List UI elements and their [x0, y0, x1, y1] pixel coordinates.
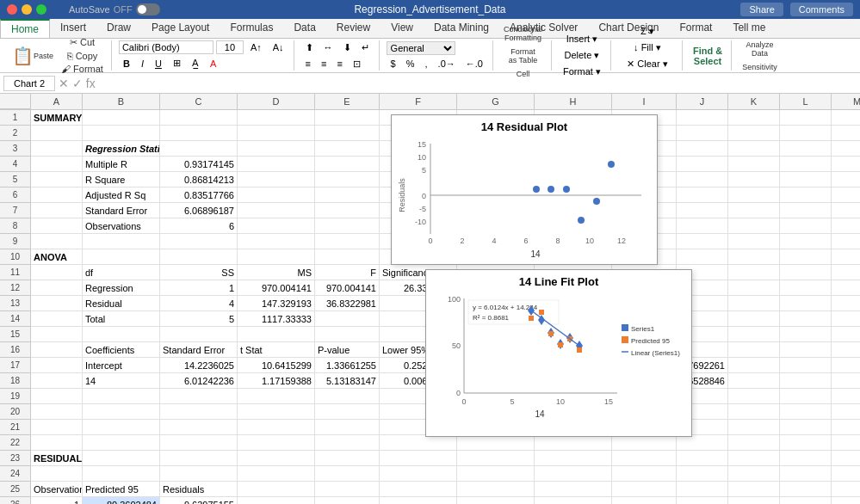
cell-e7[interactable]	[315, 203, 380, 218]
italic-button[interactable]: I	[137, 57, 148, 71]
align-right-button[interactable]: ≡	[332, 57, 346, 71]
cell-b12[interactable]: Regression	[83, 280, 160, 296]
cell-k8[interactable]	[728, 218, 780, 234]
cell-d8[interactable]	[238, 218, 315, 234]
cell-c1[interactable]	[160, 110, 238, 126]
cell-j6[interactable]	[677, 187, 728, 203]
cell-e5[interactable]	[315, 172, 380, 187]
formula-input[interactable]	[99, 77, 857, 90]
cell-k20[interactable]	[728, 404, 780, 420]
cell-e18[interactable]: 5.13183147	[315, 373, 380, 389]
percent-button[interactable]: %	[402, 57, 419, 71]
cell-j10[interactable]	[677, 249, 728, 265]
cell-c6[interactable]: 0.83517766	[160, 187, 238, 203]
currency-button[interactable]: $	[387, 57, 400, 71]
find-select-button[interactable]: Find &Select	[690, 44, 726, 68]
col-header-j[interactable]: J	[677, 94, 728, 109]
cell-k9[interactable]	[728, 234, 780, 249]
cell-c24[interactable]	[160, 466, 238, 482]
cell-e24[interactable]	[315, 466, 380, 482]
cell-e21[interactable]	[315, 420, 380, 435]
cell-d16[interactable]: t Stat	[238, 342, 315, 358]
cell-m26[interactable]	[832, 497, 860, 504]
cell-m11[interactable]	[832, 265, 860, 280]
cell-e10[interactable]	[315, 249, 380, 265]
wrap-text-button[interactable]: ↵	[357, 40, 374, 55]
cell-b8[interactable]: Observations	[83, 218, 160, 234]
cell-e8[interactable]	[315, 218, 380, 234]
cell-b22[interactable]	[83, 435, 160, 451]
tab-draw[interactable]: Draw	[96, 19, 141, 38]
col-header-h[interactable]: H	[535, 94, 612, 109]
row-header-8[interactable]: 8	[0, 218, 31, 234]
cell-c15[interactable]	[160, 327, 238, 342]
tab-tell-me[interactable]: Tell me	[722, 19, 776, 38]
cell-c10[interactable]	[160, 249, 238, 265]
cell-a8[interactable]	[31, 218, 83, 234]
align-top-button[interactable]: ⬆	[301, 40, 318, 55]
cell-d20[interactable]	[238, 404, 315, 420]
cell-m22[interactable]	[832, 435, 860, 451]
cell-c3[interactable]	[160, 141, 238, 157]
analyze-data-button[interactable]: AnalyzeData	[739, 39, 781, 59]
cell-h26[interactable]	[535, 497, 612, 504]
cell-m4[interactable]	[832, 157, 860, 172]
increase-decimal-button[interactable]: .0→	[434, 57, 460, 71]
cell-e19[interactable]	[315, 389, 380, 404]
cell-f22[interactable]	[380, 435, 457, 451]
cell-c4[interactable]: 0.93174145	[160, 157, 238, 172]
tab-data[interactable]: Data	[283, 19, 325, 38]
cell-l25[interactable]	[780, 482, 832, 497]
cell-a23[interactable]: RESIDUAL OUTPUT	[31, 451, 83, 466]
cell-k10[interactable]	[728, 249, 780, 265]
cell-e12[interactable]: 970.004141	[315, 280, 380, 296]
cell-j5[interactable]	[677, 172, 728, 187]
row-header-22[interactable]: 22	[0, 435, 31, 451]
clear-button[interactable]: ✕ Clear ▾	[618, 57, 677, 71]
format-painter-button[interactable]: 🖌 Format	[59, 63, 106, 75]
cell-d23[interactable]	[238, 451, 315, 466]
cell-k23[interactable]	[728, 451, 780, 466]
row-header-16[interactable]: 16	[0, 342, 31, 358]
cell-h23[interactable]	[535, 451, 612, 466]
cell-b6[interactable]: Adjusted R Sq	[83, 187, 160, 203]
cell-c13[interactable]: 4	[160, 296, 238, 311]
cell-l16[interactable]	[780, 342, 832, 358]
cell-k18[interactable]	[728, 373, 780, 389]
cell-b23[interactable]	[83, 451, 160, 466]
cell-k12[interactable]	[728, 280, 780, 296]
cell-a7[interactable]	[31, 203, 83, 218]
cell-m20[interactable]	[832, 404, 860, 420]
cell-b14[interactable]: Total	[83, 311, 160, 327]
cell-d2[interactable]	[238, 126, 315, 141]
cell-l1[interactable]	[780, 110, 832, 126]
cell-f25[interactable]	[380, 482, 457, 497]
cell-l26[interactable]	[780, 497, 832, 504]
cell-l7[interactable]	[780, 203, 832, 218]
cell-l4[interactable]	[780, 157, 832, 172]
cell-e13[interactable]: 36.8322981	[315, 296, 380, 311]
cell-a13[interactable]	[31, 296, 83, 311]
cell-l15[interactable]	[780, 327, 832, 342]
row-header-15[interactable]: 15	[0, 327, 31, 342]
cell-b19[interactable]	[83, 389, 160, 404]
cell-k4[interactable]	[728, 157, 780, 172]
cell-d14[interactable]: 1117.33333	[238, 311, 315, 327]
cell-b20[interactable]	[83, 404, 160, 420]
col-header-k[interactable]: K	[728, 94, 780, 109]
cell-f23[interactable]	[380, 451, 457, 466]
cell-e23[interactable]	[315, 451, 380, 466]
cell-k17[interactable]	[728, 358, 780, 373]
cell-m5[interactable]	[832, 172, 860, 187]
cell-k24[interactable]	[728, 466, 780, 482]
row-header-11[interactable]: 11	[0, 265, 31, 280]
cell-m1[interactable]	[832, 110, 860, 126]
cell-i26[interactable]	[612, 497, 677, 504]
cell-e3[interactable]	[315, 141, 380, 157]
cell-d5[interactable]	[238, 172, 315, 187]
cell-g23[interactable]	[457, 451, 535, 466]
row-header-25[interactable]: 25	[0, 482, 31, 497]
cell-j26[interactable]	[677, 497, 728, 504]
tab-data-mining[interactable]: Data Mining	[424, 19, 499, 38]
border-button[interactable]: ⊞	[169, 56, 185, 71]
